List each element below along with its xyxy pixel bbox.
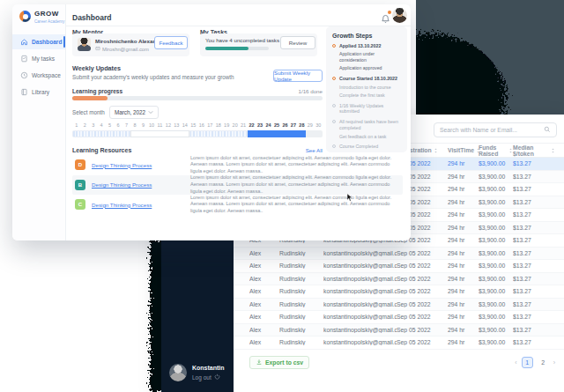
sidebar-item-my-tasks[interactable]: My tasks	[12, 51, 65, 66]
front-sidebar-nav: DashboardMy tasksWorkspaceLibrary	[12, 34, 65, 100]
table-cell: 294 hr	[448, 237, 479, 243]
table-cell: Sep 05 2022	[397, 250, 448, 256]
table-cell: $3,900.00	[479, 160, 513, 166]
table-row[interactable]: AlexRudinskiykonstantinopolskiy@gmail.co…	[234, 324, 564, 337]
search-input[interactable]: Search with Name or Email...	[434, 122, 557, 137]
table-cell: Alex	[249, 301, 279, 307]
sidebar-item-workspace[interactable]: Workspace	[12, 68, 65, 83]
next-page-button[interactable]: ›	[553, 359, 555, 366]
avatar	[169, 364, 187, 381]
mouse-cursor-icon	[346, 190, 353, 206]
prev-page-button[interactable]: ‹	[515, 359, 516, 366]
table-cell: Alex	[249, 263, 279, 269]
table-cell: 294 hr	[448, 199, 479, 205]
table-cell: $13.27	[513, 211, 555, 218]
sidebar-item-dashboard[interactable]: Dashboard	[12, 34, 65, 49]
table-cell: 294 hr	[448, 250, 479, 256]
calendar-segment-track	[306, 130, 323, 137]
table-cell: $13.27	[513, 225, 555, 231]
resources-title: Learning Resources	[72, 147, 131, 153]
table-row[interactable]: AlexRudinskiykonstantinopolskiy@gmail.co…	[234, 337, 564, 350]
calendar-day: 2	[80, 122, 88, 128]
table-cell: 294 hr	[448, 186, 479, 192]
calendar-day: 26	[281, 122, 289, 128]
column-header[interactable]: VisitTime	[448, 147, 479, 153]
review-button[interactable]: Review	[280, 36, 315, 49]
calendar-progress-bar	[72, 130, 323, 137]
logo-subtitle: Career Academy	[34, 19, 64, 24]
sort-icon[interactable]	[434, 148, 438, 153]
table-cell: $13.27	[513, 288, 555, 294]
page-title: Dashboard	[72, 13, 111, 22]
weekly-title: Weekly Updates	[72, 64, 121, 72]
table-cell: konstantinopolskiy@gmail.com	[323, 276, 397, 282]
download-icon	[256, 359, 263, 366]
resource-description: Lorem ipsum dolor sit amet, consectetuer…	[190, 195, 400, 215]
calendar-day: 1	[72, 122, 80, 128]
export-csv-button[interactable]: Export to csv	[249, 356, 309, 369]
table-cell: $3,900.00	[479, 276, 513, 282]
resource-link[interactable]: Design Thinking Process	[92, 162, 190, 168]
notification-bell-icon[interactable]	[381, 11, 390, 21]
table-cell: 294 hr	[448, 160, 479, 166]
month-dropdown[interactable]: March, 2022	[109, 106, 159, 119]
table-cell: $13.27	[513, 263, 555, 269]
resource-badge-icon: D	[75, 159, 85, 170]
learning-progress-label: Learning progress	[72, 88, 122, 94]
table-cell: $3,900.00	[479, 314, 513, 320]
table-row[interactable]: AlexRudinskiykonstantinopolskiy@gmail.co…	[234, 311, 564, 324]
chevron-down-icon	[148, 109, 153, 115]
calendar-segment-hatch	[72, 130, 130, 137]
month-value: March, 2022	[115, 109, 145, 115]
table-cell: $13.27	[513, 276, 555, 282]
resource-link[interactable]: Design Thinking Process	[92, 202, 190, 208]
feedback-button[interactable]: Feedback	[154, 36, 188, 49]
tasks-icon	[20, 55, 28, 63]
table-row[interactable]: AlexRudinskiykonstantinopolskiy@gmail.co…	[234, 248, 564, 261]
column-header[interactable]: Funds Raised	[479, 144, 513, 157]
sidebar-item-library[interactable]: Library	[12, 85, 65, 100]
table-cell: Rudinskiy	[279, 288, 323, 294]
calendar-day: 5	[106, 122, 114, 128]
sort-icon[interactable]	[551, 148, 555, 153]
calendar-day: 27	[289, 122, 297, 128]
table-cell: 294 hr	[448, 339, 479, 345]
table-cell: Sep 05 2022	[397, 314, 448, 320]
growth-step-subitem: Introduction to the course	[339, 85, 401, 91]
see-all-link[interactable]: See All	[277, 147, 323, 153]
resource-description: Lorem ipsum dolor sit amet, consectetuer…	[190, 155, 400, 175]
calendar-day: 18	[214, 122, 222, 128]
column-header[interactable]: Median $/token	[513, 144, 555, 157]
table-cell: Rudinskiy	[279, 301, 323, 307]
dashboard-sidebar: GROW Career Academy DashboardMy tasksWor…	[12, 4, 66, 240]
table-cell: $13.27	[513, 199, 555, 205]
logo-title: GROW	[34, 11, 64, 18]
calendar-day: 29	[306, 122, 314, 128]
page-button-1[interactable]: 1	[522, 357, 533, 368]
logout-label: Log out	[192, 374, 212, 381]
profile-avatar[interactable]	[392, 8, 407, 23]
logout-button[interactable]: Log out	[192, 374, 225, 381]
resource-row[interactable]: DDesign Thinking ProcessLorem ipsum dolo…	[72, 155, 403, 175]
page-button-2[interactable]: 2	[538, 357, 549, 368]
growth-step: Course Completed	[332, 144, 401, 150]
table-cell: $3,900.00	[479, 263, 513, 269]
table-row[interactable]: AlexRudinskiykonstantinopolskiy@gmail.co…	[234, 273, 564, 286]
column-header-label: Funds Raised	[479, 144, 507, 157]
learning-progress-track	[72, 96, 323, 100]
submit-weekly-update-button[interactable]: Submit Weekly Update	[273, 70, 323, 82]
table-row[interactable]: AlexRudinskiykonstantinopolskiy@gmail.co…	[234, 285, 564, 299]
table-cell: 294 hr	[448, 263, 479, 269]
calendar-day: 7	[122, 122, 130, 128]
learning-progress-done: 1/16 done	[234, 88, 323, 94]
table-cell: Sep 05 2022	[397, 301, 448, 307]
column-header-label: VisitTime	[448, 147, 474, 153]
calendar-day: 4	[97, 122, 105, 128]
table-cell: Rudinskiy	[279, 276, 323, 282]
table-cell: $3,900.00	[479, 225, 513, 231]
table-row[interactable]: AlexRudinskiykonstantinopolskiy@gmail.co…	[234, 299, 564, 312]
calendar-day: 16	[197, 122, 205, 128]
resource-link[interactable]: Design Thinking Process	[92, 181, 190, 188]
table-cell: 294 hr	[448, 301, 479, 307]
table-row[interactable]: AlexRudinskiykonstantinopolskiy@gmail.co…	[234, 260, 564, 273]
